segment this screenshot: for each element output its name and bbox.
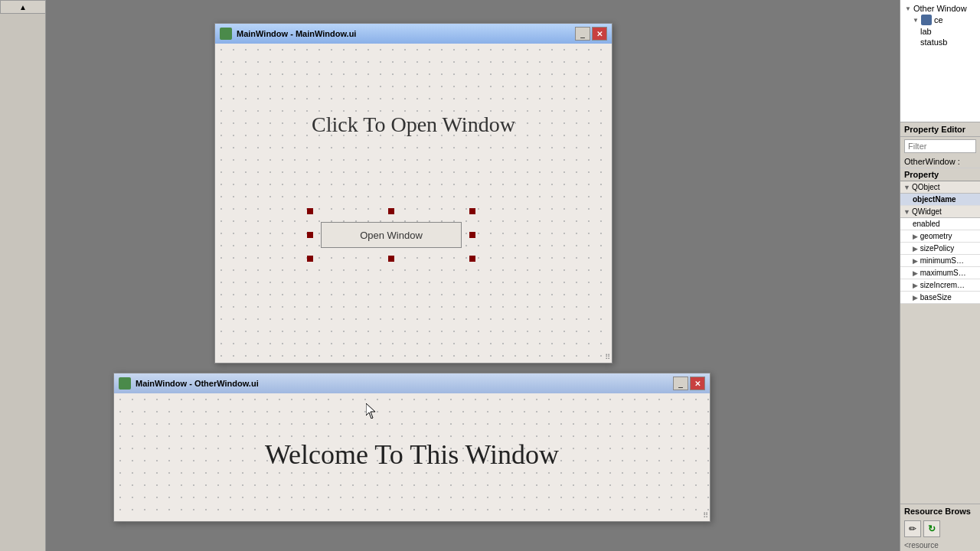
- handle-mr: [469, 232, 475, 238]
- expand-arrow-maximums: ▶: [913, 269, 918, 277]
- tree-label-2: lab: [920, 27, 932, 36]
- object-tree: ▼ Other Window ▼ ce lab statusb: [900, 0, 980, 122]
- resource-ref-text: <resource: [900, 540, 980, 551]
- main-window-close-button[interactable]: ✕: [592, 27, 607, 41]
- handle-bm: [388, 256, 394, 262]
- resource-browser-header: Resource Brows: [900, 504, 980, 518]
- main-window-minimize-button[interactable]: _: [575, 27, 590, 41]
- main-window-controls: _ ✕: [575, 27, 607, 41]
- prop-row-minimums[interactable]: ▶ minimumS…: [900, 255, 980, 267]
- main-window-resize-handle[interactable]: ⠿: [605, 353, 610, 361]
- prop-row-basesize[interactable]: ▶ baseSize: [900, 292, 980, 304]
- prop-row-sizeincrem[interactable]: ▶ sizeIncrem…: [900, 279, 980, 292]
- expand-arrow-geometry: ▶: [913, 233, 918, 240]
- prop-row-objectname[interactable]: objectName: [900, 194, 980, 206]
- expand-arrow-basesize: ▶: [913, 294, 918, 302]
- handle-tm: [388, 208, 394, 214]
- ow-label: OtherWindow :: [900, 155, 980, 168]
- other-window: MainWindow - OtherWindow.ui _ ✕ Welcome …: [113, 373, 710, 522]
- tree-item-1: ▼ ce: [903, 14, 977, 26]
- prop-section-qobject: ▼ QObject: [900, 181, 980, 194]
- prop-row-enabled[interactable]: enabled: [900, 218, 980, 230]
- resource-pencil-button[interactable]: ✏: [904, 520, 921, 537]
- tree-chevron-1: ▼: [913, 17, 919, 24]
- handle-ml: [307, 232, 313, 238]
- other-window-minimize-button[interactable]: _: [673, 377, 688, 390]
- tree-label-3: statusb: [920, 37, 947, 47]
- other-window-titlebar: MainWindow - OtherWindow.ui _ ✕: [114, 373, 710, 393]
- open-window-button[interactable]: Open Window: [321, 222, 462, 248]
- other-window-title: MainWindow - OtherWindow.ui: [136, 379, 668, 388]
- refresh-icon: ↻: [928, 523, 936, 534]
- expand-arrow-qobject: ▼: [903, 184, 910, 191]
- right-panel: ▼ Other Window ▼ ce lab statusb Property…: [900, 0, 980, 551]
- tree-item-2: lab: [903, 26, 977, 37]
- main-window-content: Click To Open Window Open Window ⠿: [215, 44, 612, 363]
- property-filter-input[interactable]: [904, 139, 976, 153]
- handle-tr: [469, 208, 475, 214]
- prop-row-geometry[interactable]: ▶ geometry: [900, 230, 980, 243]
- expand-arrow-qwidget: ▼: [903, 208, 910, 216]
- welcome-text: Welcome To This Window: [114, 438, 710, 470]
- property-column-header: Property: [900, 168, 980, 181]
- resource-actions: ✏ ↻: [900, 518, 980, 540]
- handle-br: [469, 256, 475, 262]
- expand-arrow-minimums: ▶: [913, 257, 918, 265]
- main-window: MainWindow - MainWindow.ui _ ✕ Click To …: [214, 23, 612, 364]
- tree-icon-1: [921, 15, 932, 25]
- tree-other-window-label: Other Window: [913, 4, 967, 13]
- prop-name-objectname: objectName: [913, 195, 956, 204]
- other-window-controls: _ ✕: [673, 377, 705, 390]
- prop-row-sizepolicy[interactable]: ▶ sizePolicy: [900, 243, 980, 255]
- main-window-title: MainWindow - MainWindow.ui: [237, 29, 570, 38]
- tree-other-window: ▼ Other Window: [903, 3, 977, 14]
- prop-section-qobject-label: QObject: [912, 183, 940, 191]
- scroll-area: ▲: [0, 0, 46, 551]
- prop-row-maximums[interactable]: ▶ maximumS…: [900, 267, 980, 279]
- open-window-btn-container: Open Window: [307, 208, 475, 262]
- tree-item-3: statusb: [903, 37, 977, 47]
- expand-arrow-sizeincrem: ▶: [913, 282, 918, 289]
- other-window-close-button[interactable]: ✕: [690, 377, 705, 390]
- other-window-resize-handle[interactable]: ⠿: [703, 511, 708, 520]
- handle-tl: [307, 208, 313, 214]
- click-to-open-text: Click To Open Window: [215, 112, 612, 137]
- other-window-content: Welcome To This Window ⠿: [114, 393, 710, 521]
- property-editor-header: Property Editor: [900, 122, 980, 137]
- expand-arrow-sizepolicy: ▶: [913, 245, 918, 253]
- tree-chevron: ▼: [905, 5, 911, 12]
- pencil-icon: ✏: [909, 523, 916, 534]
- property-table: ▼ QObject objectName ▼ QWidget enabled ▶…: [900, 181, 980, 504]
- prop-section-qwidget: ▼ QWidget: [900, 206, 980, 218]
- tree-label-1: ce: [934, 15, 943, 24]
- resource-refresh-button[interactable]: ↻: [923, 520, 940, 537]
- prop-section-qwidget-label: QWidget: [912, 207, 942, 216]
- main-window-icon: [220, 28, 232, 40]
- handle-bl: [307, 256, 313, 262]
- other-window-icon: [119, 377, 131, 390]
- main-window-titlebar: MainWindow - MainWindow.ui _ ✕: [215, 24, 612, 44]
- scroll-up-button[interactable]: ▲: [0, 0, 46, 14]
